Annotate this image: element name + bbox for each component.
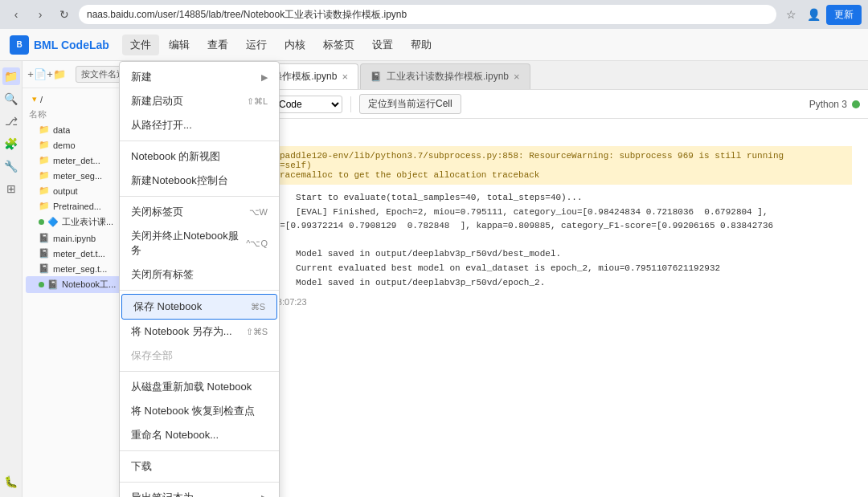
menu-save-notebook[interactable]: 保存 Notebook ⌘S xyxy=(121,294,277,320)
menu-save-as-shortcut: ⇧⌘S xyxy=(246,327,268,337)
menu-new-launcher-shortcut: ⇧⌘L xyxy=(247,96,268,107)
menu-export-label: 导出笔记本为... xyxy=(131,491,203,497)
menu-close-tab-label: 关闭标签页 xyxy=(131,205,183,219)
menu-div2 xyxy=(120,196,279,197)
menu-save-as-label: 将 Notebook 另存为... xyxy=(131,324,232,339)
menu-save-all: 保存全部 xyxy=(120,344,279,368)
menu-revert-label: 将 Notebook 恢复到检查点 xyxy=(131,404,255,418)
menu-save-notebook-shortcut: ⌘S xyxy=(251,302,265,312)
menu-new-launcher-label: 新建启动页 xyxy=(131,94,183,108)
menu-div5 xyxy=(120,450,279,451)
menu-revert[interactable]: 将 Notebook 恢复到检查点 xyxy=(120,399,279,423)
menu-new-view-label: Notebook 的新视图 xyxy=(131,149,220,164)
menu-close-all-tabs[interactable]: 关闭所有标签 xyxy=(120,263,279,287)
menu-download[interactable]: 下载 xyxy=(120,454,279,479)
menu-export-arrow: ▶ xyxy=(261,493,268,498)
menu-div6 xyxy=(120,482,279,483)
menu-reload-label: 从磁盘重新加载 Notebook xyxy=(131,380,252,394)
menu-div1 xyxy=(120,141,279,141)
menu-export[interactable]: 导出笔记本为... ▶ xyxy=(120,486,279,497)
menu-open-path[interactable]: 从路径打开... xyxy=(120,113,279,137)
menu-close-all-tabs-label: 关闭所有标签 xyxy=(131,267,194,282)
menu-rename-label: 重命名 Notebook... xyxy=(131,428,219,442)
menu-new-label: 新建 xyxy=(131,70,152,84)
menu-overlay: 新建 ▶ 新建启动页 ⇧⌘L 从路径打开... Notebook 的新视图 新建… xyxy=(0,0,868,497)
file-dropdown-menu: 新建 ▶ 新建启动页 ⇧⌘L 从路径打开... Notebook 的新视图 新建… xyxy=(119,61,280,497)
menu-close-terminate[interactable]: 关闭并终止Notebook服务 ^⌥Q xyxy=(120,224,279,263)
menu-close-tab-shortcut: ⌥W xyxy=(249,207,268,218)
menu-new-launcher[interactable]: 新建启动页 ⇧⌘L xyxy=(120,89,279,113)
menu-new-arrow: ▶ xyxy=(261,72,268,83)
menu-new-view[interactable]: Notebook 的新视图 xyxy=(120,145,279,169)
menu-rename[interactable]: 重命名 Notebook... xyxy=(120,423,279,447)
menu-open-path-label: 从路径打开... xyxy=(131,118,192,132)
menu-close-tab[interactable]: 关闭标签页 ⌥W xyxy=(120,200,279,224)
menu-div4 xyxy=(120,371,279,372)
menu-save-notebook-label: 保存 Notebook xyxy=(133,299,202,314)
menu-close-terminate-shortcut: ^⌥Q xyxy=(246,238,268,249)
menu-close-terminate-label: 关闭并终止Notebook服务 xyxy=(131,229,246,258)
menu-div3 xyxy=(120,290,279,291)
menu-save-all-label: 保存全部 xyxy=(131,348,173,363)
menu-download-label: 下载 xyxy=(131,459,152,474)
menu-new-console-label: 新建Notebook控制台 xyxy=(131,173,228,188)
menu-save-as[interactable]: 将 Notebook 另存为... ⇧⌘S xyxy=(120,320,279,344)
menu-new-console[interactable]: 新建Notebook控制台 xyxy=(120,169,279,193)
menu-reload[interactable]: 从磁盘重新加载 Notebook xyxy=(120,375,279,399)
menu-new[interactable]: 新建 ▶ xyxy=(120,65,279,89)
